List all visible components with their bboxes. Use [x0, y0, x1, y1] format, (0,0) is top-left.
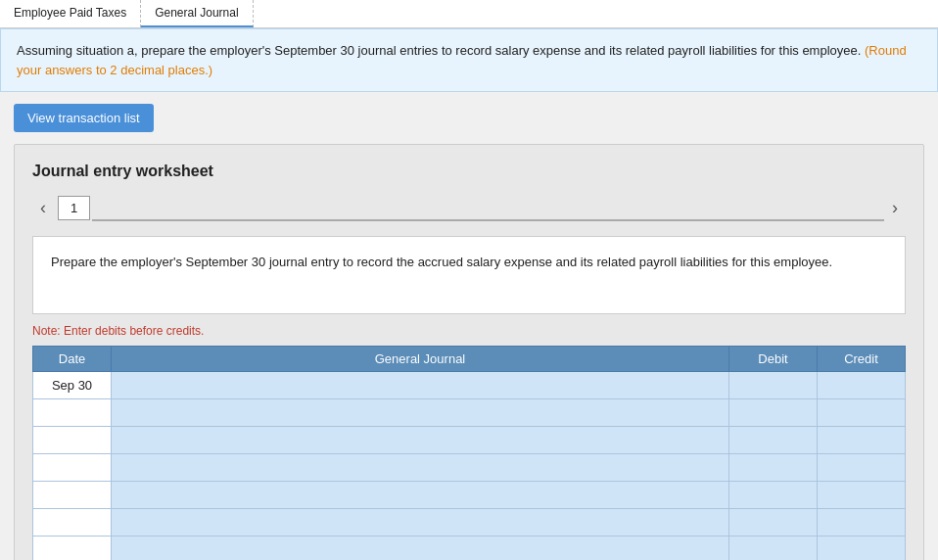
view-transaction-list-button[interactable]: View transaction list [14, 104, 154, 132]
table-row-credit-1[interactable] [818, 399, 906, 427]
col-header-gj: General Journal [112, 347, 729, 372]
tab-underline [92, 196, 884, 221]
table-row-gj-0[interactable] [112, 372, 729, 399]
table-row-credit-0[interactable] [818, 372, 906, 399]
table-row-debit-1[interactable] [729, 399, 818, 427]
col-header-date: Date [33, 347, 112, 372]
worksheet-title: Journal entry worksheet [32, 163, 906, 180]
table-row-date-0: Sep 30 [33, 372, 112, 399]
page-number: 1 [58, 196, 90, 220]
worksheet-container: Journal entry worksheet ‹ 1 › Prepare th… [14, 144, 924, 560]
table-row-date-5 [33, 509, 112, 537]
instructions-box: Assuming situation a, prepare the employ… [0, 28, 938, 92]
table-row-date-6 [33, 537, 112, 561]
table-row-gj-6[interactable] [112, 537, 729, 561]
top-tabs: Employee Paid Taxes General Journal [0, 0, 938, 28]
table-row-debit-5[interactable] [729, 509, 818, 537]
description-box: Prepare the employer's September 30 jour… [32, 236, 906, 314]
journal-table: Date General Journal Debit Credit Sep 30 [32, 346, 906, 560]
table-row-credit-2[interactable] [818, 427, 906, 454]
instructions-text: Assuming situation a, prepare the employ… [17, 43, 861, 58]
table-row-date-2 [33, 427, 112, 454]
note-text: Note: Enter debits before credits. [32, 324, 906, 338]
table-row-credit-6[interactable] [818, 537, 906, 561]
next-page-button[interactable]: › [884, 194, 906, 222]
table-row-debit-0[interactable] [729, 372, 818, 399]
table-row-debit-2[interactable] [729, 427, 818, 454]
table-row-gj-5[interactable] [112, 509, 729, 537]
table-row-date-4 [33, 482, 112, 509]
table-row-date-3 [33, 454, 112, 482]
table-row-credit-4[interactable] [818, 482, 906, 509]
col-header-debit: Debit [729, 347, 818, 372]
table-row-debit-6[interactable] [729, 537, 818, 561]
table-row-debit-3[interactable] [729, 454, 818, 482]
table-row-credit-3[interactable] [818, 454, 906, 482]
tab-general-journal[interactable]: General Journal [141, 0, 253, 27]
table-row-gj-2[interactable] [112, 427, 729, 454]
table-row-gj-1[interactable] [112, 399, 729, 427]
nav-row: ‹ 1 › [32, 194, 906, 222]
prev-page-button[interactable]: ‹ [32, 194, 54, 222]
table-row-date-1 [33, 399, 112, 427]
table-row-gj-3[interactable] [112, 454, 729, 482]
tab-employee-paid-taxes[interactable]: Employee Paid Taxes [0, 0, 141, 27]
table-row-debit-4[interactable] [729, 482, 818, 509]
col-header-credit: Credit [818, 347, 906, 372]
description-text: Prepare the employer's September 30 jour… [51, 255, 832, 269]
table-row-gj-4[interactable] [112, 482, 729, 509]
table-row-credit-5[interactable] [818, 509, 906, 537]
